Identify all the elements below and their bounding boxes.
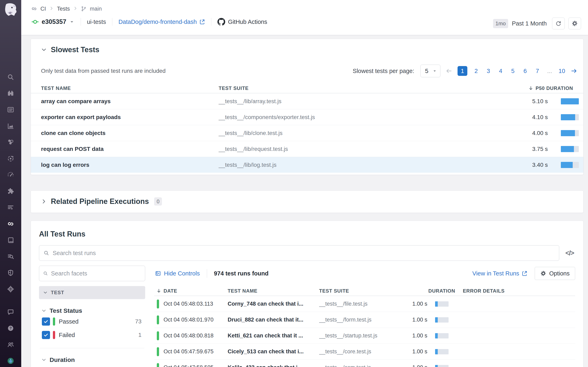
sidebar-item-log-search[interactable] [0, 248, 21, 265]
table-row[interactable]: Oct 04 05:47:59.675 Cicely_513 can check… [154, 343, 575, 359]
table-row[interactable]: exporter can export payloads __tests__/c… [31, 109, 583, 125]
repo-link[interactable]: DataDog/demo-frontend-dash [118, 18, 205, 25]
status-cell [154, 331, 164, 340]
svg-text:?: ? [9, 326, 12, 330]
test-name: clone can clone objects [31, 130, 219, 136]
sidebar-item-help[interactable]: ? [0, 320, 21, 336]
facet-duration[interactable]: Duration [42, 356, 145, 363]
duration-value: 3.75 s [532, 146, 548, 152]
col-date[interactable]: DATE [154, 288, 228, 294]
facet-group-test[interactable]: TEST [39, 286, 145, 299]
slowest-tests-header[interactable]: Slowest Tests [31, 45, 583, 54]
user-avatar[interactable] [0, 353, 21, 367]
prev-page-arrow[interactable] [446, 68, 452, 74]
search-facets-input[interactable] [51, 270, 141, 277]
sidebar-item-logs[interactable] [0, 200, 21, 216]
sidebar-item-watchdog[interactable] [0, 85, 21, 101]
page-number[interactable]: 7 [534, 68, 541, 75]
page-number[interactable]: 1 [458, 66, 467, 76]
sidebar-item-search[interactable] [0, 69, 21, 85]
test-name: request can POST data [31, 146, 219, 152]
sidebar-item-monitors[interactable] [0, 167, 21, 183]
settings-button[interactable] [568, 17, 581, 29]
breadcrumb-branch[interactable]: main [90, 6, 102, 12]
time-badge[interactable]: 1mo [493, 19, 508, 28]
run-duration-value: 1.00 s [403, 317, 427, 323]
run-test-suite: __tests__/form.test.js [319, 317, 403, 323]
col-error-details[interactable]: ERROR DETAILS [463, 288, 505, 294]
col-test-name[interactable]: TEST NAME [31, 85, 219, 91]
sidebar-item-network[interactable] [0, 281, 21, 297]
run-test-name: Druci_882 can check that it... [228, 317, 319, 323]
table-row[interactable]: clone can clone objects __tests__/lib/cl… [31, 125, 583, 141]
col-test-name[interactable]: TEST NAME [228, 288, 319, 294]
page-number[interactable]: 10 [558, 68, 565, 75]
col-test-suite[interactable]: TEST SUITE [219, 85, 498, 91]
users-icon [7, 341, 14, 348]
sidebar-item-integrations[interactable] [0, 183, 21, 200]
commit-sha[interactable]: e305357 [42, 18, 66, 25]
options-button[interactable]: Options [535, 267, 575, 280]
col-test-suite[interactable]: TEST SUITE [319, 288, 403, 294]
status-pill-passed [53, 317, 55, 325]
checkbox-checked[interactable] [42, 331, 50, 339]
col-p50-duration[interactable]: P50 DURATION [498, 85, 583, 91]
page-number[interactable]: 3 [485, 68, 492, 75]
sidebar-item-security[interactable] [0, 265, 21, 281]
page-number[interactable]: 4 [497, 68, 504, 75]
facet-option-passed[interactable]: Passed 73 [42, 315, 141, 328]
table-row[interactable]: request can POST data __tests__/lib/requ… [31, 141, 583, 157]
chevron-down-icon [43, 290, 48, 295]
gauge-icon [7, 171, 14, 179]
sidebar-item-apm[interactable] [0, 150, 21, 167]
page-number[interactable]: 2 [473, 68, 480, 75]
duration-bar [435, 333, 449, 338]
table-row[interactable]: array can compare arrays __tests__/lib/a… [31, 93, 583, 109]
sidebar-item-ci-pipelines[interactable] [0, 216, 21, 232]
divider [207, 269, 207, 278]
search-test-runs-input[interactable] [53, 250, 555, 257]
sidebar-item-dashboards[interactable] [0, 101, 21, 118]
chat-bubble-icon [7, 308, 14, 316]
sidebar-item-notebooks[interactable] [0, 232, 21, 248]
section-title: Slowest Tests [51, 45, 99, 54]
sidebar-item-feedback[interactable] [0, 304, 21, 320]
external-link-icon [522, 271, 527, 276]
page-number[interactable]: 5 [509, 68, 516, 75]
sidebar-item-organization[interactable] [0, 336, 21, 353]
related-pipelines-header[interactable]: Related Pipeline Executions 0 [31, 197, 583, 206]
facet-option-failed[interactable]: Failed 1 [42, 329, 141, 341]
facet-test-status[interactable]: Test Status [42, 307, 145, 314]
refresh-button[interactable] [552, 17, 565, 29]
view-in-test-runs-link[interactable]: View in Test Runs [472, 270, 527, 277]
facet-option-count: 1 [138, 332, 141, 338]
next-page-arrow[interactable] [571, 68, 577, 74]
per-page-select[interactable]: 5 [420, 65, 440, 77]
search-test-runs[interactable] [39, 245, 559, 261]
datadog-logo-icon[interactable] [0, 0, 21, 17]
checkbox-checked[interactable] [42, 317, 50, 325]
breadcrumb-ci[interactable]: CI [40, 6, 46, 12]
hide-controls-button[interactable]: Hide Controls [155, 270, 200, 277]
chevron-down-icon[interactable] [69, 19, 75, 25]
breadcrumb-tests[interactable]: Tests [57, 6, 70, 12]
table-row[interactable]: Oct 04 05:48:01.970 Druci_882 can check … [154, 312, 575, 328]
duration-cell: 4.10 s [498, 114, 583, 120]
topbar: CI Tests main e305357 ui-tests [21, 0, 588, 35]
run-date: Oct 04 05:48:03.113 [164, 301, 228, 307]
table-row-highlighted[interactable]: log can log errors __tests__/lib/log.tes… [31, 157, 583, 173]
search-icon [43, 250, 49, 256]
test-name: exporter can export payloads [31, 114, 219, 120]
table-row[interactable]: Oct 04 05:47:58.505 Kelila_433 can check… [154, 359, 575, 367]
table-row[interactable]: Oct 04 05:48:00.818 Ketti_621 can check … [154, 328, 575, 343]
sidebar-item-infrastructure[interactable] [0, 134, 21, 150]
table-row[interactable]: Oct 04 05:48:03.113 Corny_748 can check … [154, 296, 575, 312]
search-facets[interactable] [39, 266, 145, 281]
code-view-icon[interactable]: </> [564, 249, 575, 257]
run-date: Oct 04 05:47:58.505 [164, 364, 228, 367]
sidebar-item-metrics[interactable] [0, 118, 21, 134]
app-sidebar: ? [0, 0, 21, 367]
col-duration[interactable]: DURATION [403, 288, 449, 294]
time-range-label[interactable]: Past 1 Month [512, 20, 547, 27]
page-number[interactable]: 6 [522, 68, 528, 75]
